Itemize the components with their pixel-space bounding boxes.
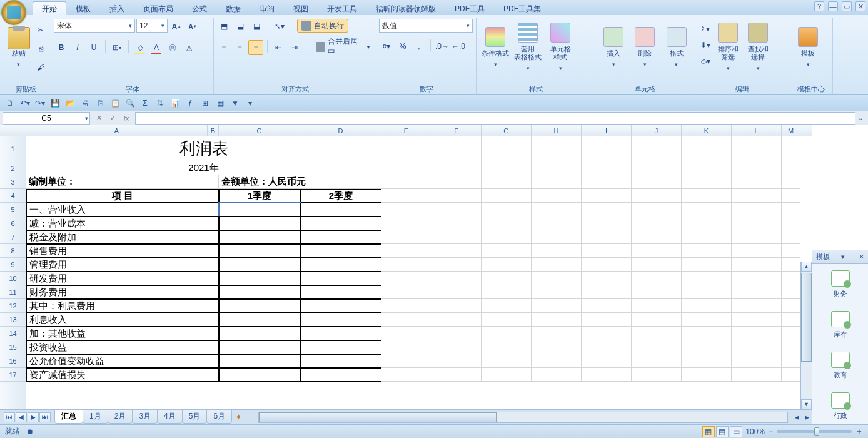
cell-q1-17[interactable]: [219, 368, 300, 382]
cell[interactable]: [682, 340, 732, 354]
cell-q1-8[interactable]: [219, 244, 300, 258]
cell[interactable]: [582, 272, 632, 285]
align-center-icon[interactable]: ≡: [233, 40, 248, 55]
formula-input[interactable]: [135, 112, 855, 125]
format-painter-icon[interactable]: 🖌: [33, 60, 48, 75]
cell[interactable]: [381, 272, 431, 285]
ribbon-tab-11[interactable]: PDF工具集: [494, 1, 550, 15]
cell-item-5[interactable]: 一、营业收入: [26, 203, 219, 216]
align-bottom-icon[interactable]: ⬓: [249, 19, 264, 34]
zoom-level[interactable]: 100%: [745, 427, 765, 436]
col-header-L[interactable]: L: [732, 125, 782, 136]
cell-q1-9[interactable]: [219, 258, 300, 272]
ribbon-tab-2[interactable]: 插入: [100, 1, 134, 15]
cell[interactable]: [732, 354, 782, 368]
page-layout-view-icon[interactable]: ▤: [716, 426, 729, 437]
cell[interactable]: [381, 299, 431, 313]
cell-hdr-item[interactable]: 项 目: [26, 189, 219, 203]
cell[interactable]: [582, 161, 632, 175]
cell[interactable]: [682, 175, 732, 189]
cell[interactable]: [431, 368, 482, 382]
cell[interactable]: [482, 136, 532, 161]
restore-icon[interactable]: ▭: [842, 1, 852, 11]
cell[interactable]: [532, 258, 582, 272]
cell-q1-11[interactable]: [219, 285, 300, 299]
col-header-F[interactable]: F: [431, 125, 482, 136]
hscroll-thumb[interactable]: [259, 412, 497, 422]
cell[interactable]: [381, 327, 431, 340]
cell[interactable]: [582, 136, 632, 161]
grow-font-icon[interactable]: [169, 19, 184, 34]
cell-q1-12[interactable]: [219, 299, 300, 313]
cell[interactable]: [582, 327, 632, 340]
cell[interactable]: [682, 354, 732, 368]
cell-hdr-q2[interactable]: 2季度: [300, 189, 381, 203]
cell[interactable]: [582, 244, 632, 258]
cell-item-16[interactable]: 公允价值变动收益: [26, 354, 219, 368]
cell[interactable]: [732, 161, 782, 175]
cell-q2-13[interactable]: [300, 313, 381, 327]
bold-button[interactable]: B: [54, 40, 69, 55]
row-header-13[interactable]: 13: [0, 313, 26, 327]
cell[interactable]: [482, 327, 532, 340]
cell[interactable]: [582, 258, 632, 272]
cell[interactable]: [732, 285, 782, 299]
cell[interactable]: [381, 244, 431, 258]
cell[interactable]: [732, 230, 782, 244]
decrease-decimal-icon[interactable]: ←.0: [451, 39, 466, 54]
cell[interactable]: [381, 161, 431, 175]
cell[interactable]: [682, 244, 732, 258]
qat-copy-icon[interactable]: ⎘: [94, 97, 106, 109]
autosum-icon[interactable]: Σ▾: [698, 21, 713, 36]
cell[interactable]: [431, 175, 482, 189]
sheet-last-icon[interactable]: ⏭: [39, 412, 51, 422]
paste-button[interactable]: 粘贴: [4, 19, 33, 76]
app-menu-button[interactable]: [1, 0, 26, 25]
cell-q1-14[interactable]: [219, 327, 300, 340]
col-header-D[interactable]: D: [300, 125, 381, 136]
cell[interactable]: [682, 313, 732, 327]
cell[interactable]: [482, 340, 532, 354]
comma-icon[interactable]: ,: [411, 39, 426, 54]
template-pane-close-icon[interactable]: ✕: [859, 253, 864, 261]
cell-item-11[interactable]: 财务费用: [26, 285, 219, 299]
template-item-3[interactable]: 行政: [812, 386, 868, 427]
cell[interactable]: [482, 230, 532, 244]
border-icon[interactable]: ⊞▾: [109, 40, 124, 55]
name-box[interactable]: C5▾: [3, 112, 90, 125]
cell[interactable]: [732, 189, 782, 203]
cell[interactable]: [381, 340, 431, 354]
ribbon-tab-6[interactable]: 审阅: [250, 1, 284, 15]
cell-q2-12[interactable]: [300, 299, 381, 313]
cell[interactable]: [732, 299, 782, 313]
cell[interactable]: [682, 230, 732, 244]
sheet-tab-1月[interactable]: 1月: [83, 409, 108, 424]
cell[interactable]: [632, 216, 682, 230]
cell[interactable]: [782, 161, 800, 175]
font-name-combo[interactable]: 宋体▾: [54, 19, 135, 33]
cell[interactable]: [782, 258, 800, 272]
cell[interactable]: [632, 189, 682, 203]
format-as-table-button[interactable]: 套用 表格格式: [512, 19, 544, 76]
cell[interactable]: [632, 203, 682, 216]
cell[interactable]: [682, 258, 732, 272]
cell[interactable]: [431, 272, 482, 285]
cell[interactable]: [532, 285, 582, 299]
cell[interactable]: [381, 285, 431, 299]
cell[interactable]: [782, 244, 800, 258]
cell-item-9[interactable]: 管理费用: [26, 258, 219, 272]
cell[interactable]: [431, 230, 482, 244]
cell-q1-15[interactable]: [219, 340, 300, 354]
qat-redo-icon[interactable]: ↷▾: [34, 97, 46, 109]
cell[interactable]: [482, 285, 532, 299]
qat-sum-icon[interactable]: Σ: [139, 97, 151, 109]
expand-formula-bar-icon[interactable]: ⌄: [855, 115, 865, 121]
cell-q2-11[interactable]: [300, 285, 381, 299]
sheet-tab-2月[interactable]: 2月: [108, 409, 133, 424]
cell[interactable]: [632, 258, 682, 272]
qat-undo-icon[interactable]: ↶▾: [19, 97, 31, 109]
cell[interactable]: [381, 230, 431, 244]
qat-customize-icon[interactable]: ▾: [244, 97, 256, 109]
cell[interactable]: [682, 285, 732, 299]
cell[interactable]: [482, 272, 532, 285]
